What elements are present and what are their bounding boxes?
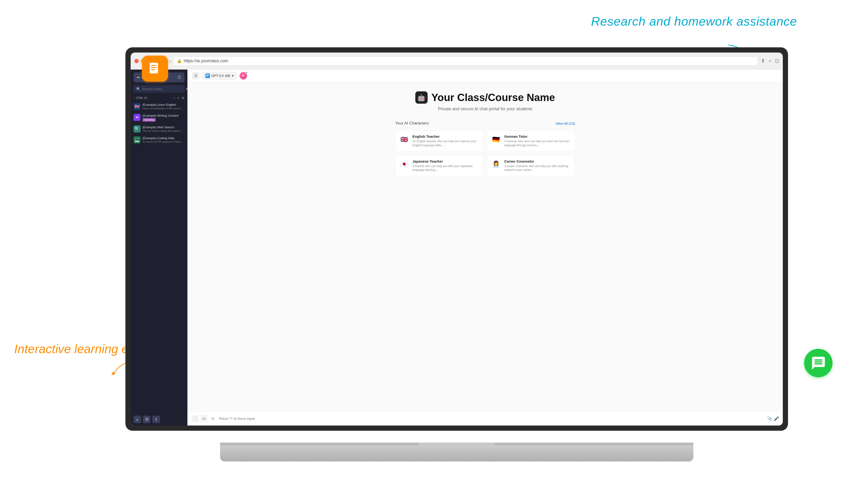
career-counselor-desc: A career counselor who can help you with… [504,164,571,172]
browser-actions: ⬆ + ⊡ [761,58,779,64]
model-selector[interactable]: AI GPT-3.5 16K ▾ [202,72,237,80]
chat-title: (Example) Coding Help [143,136,185,140]
pencil-icon: ✏ [137,75,140,80]
chat-input[interactable] [219,417,765,421]
main-content: ☰ AI GPT-3.5 16K ▾ ✦ [187,69,783,425]
lock-icon: 🔒 [177,59,182,63]
portal-title: Your Class/Course Name [431,92,555,103]
portal-subtitle: Private and secure AI chat portal for yo… [438,107,532,112]
english-teacher-desc: An English teacher who can help you impr… [412,140,479,147]
portal-icon: 🤖 [415,91,428,104]
tools-dot [245,71,248,74]
chat-icon: AI [133,114,141,121]
hamburger-icon[interactable]: ☰ [178,75,181,80]
document-icon [148,62,162,76]
german-tutor-avatar: 🇩🇪 [491,134,501,144]
sidebar-icon[interactable]: ⊡ [775,58,779,64]
close-button[interactable] [134,59,139,63]
section-label: CRM 19 [136,96,147,100]
japanese-teacher-desc: A teacher who can help you with your Jap… [412,164,479,172]
portal-title-row: 🤖 Your Class/Course Name [415,91,555,104]
english-teacher-name: English Teacher [412,134,479,139]
search-input[interactable] [142,87,184,91]
search-icon: 🔍 [136,87,140,91]
main-body: 🤖 Your Class/Course Name Private and sec… [187,82,783,411]
english-teacher-info: English Teacher An English teacher who c… [412,134,479,147]
laptop-body: ‹ › 🔒 https://ai.yourclass.com ⬆ + ⊡ [125,47,788,431]
section-actions: + ✏ 🗑 [173,96,185,100]
section-header-left: › CRM 19 [133,96,147,100]
delete-icon[interactable]: 🗑 [182,96,185,100]
attachment-icon[interactable]: 📎 [767,416,772,421]
ai-character-card-german[interactable]: 🇩🇪 German Tutor A German tutor who can h… [487,130,575,151]
token-label: 3K [209,417,217,420]
chat-content: (Example) Coding Help To send a HTTP req… [143,136,185,143]
chat-item[interactable]: AI (Example) Writing Content marketing [131,112,187,123]
url-text: https://ai.yourclass.com [184,58,228,63]
chat-content: (Example) Writing Content marketing [143,114,185,122]
add-icon[interactable]: + [173,96,175,100]
screen-content: ✏ New Chat ☰ 🔍 ⬆ 🔗 ⤢ [131,69,783,425]
ai-characters-section: Your AI Characters View All (13) 🇬🇧 Engl… [395,121,575,176]
input-tag-btn[interactable]: 🏷 [200,415,208,422]
chat-item[interactable]: 💻 (Example) Coding Help To send a HTTP r… [131,134,187,145]
model-icon: AI [205,73,210,78]
chat-content: (Example) Web Search The top stories bei… [143,125,185,132]
model-name: GPT-3.5 16K [211,74,230,78]
laptop-screen: ‹ › 🔒 https://ai.yourclass.com ⬆ + ⊡ [131,53,783,425]
download-btn[interactable]: ⬇ [152,416,160,423]
sidebar-bottom: ▲ 🖼 ⬇ [131,413,187,425]
svg-rect-2 [151,67,157,68]
ai-character-card-english[interactable]: 🇬🇧 English Teacher An English teacher wh… [395,130,483,151]
input-bar-left: 📄 🏷 3K [191,415,217,422]
chat-title: (Example) Writing Content [143,114,185,117]
chat-title: (Example) Web Search [143,125,185,129]
ai-character-card-japanese[interactable]: 🇯🇵 Japanese Teacher A teacher who can he… [395,155,483,176]
forward-arrow[interactable]: › [169,58,171,64]
microphone-icon[interactable]: 🎤 [774,416,779,421]
input-doc-btn[interactable]: 📄 [191,415,199,422]
view-all-link[interactable]: View All (13) [555,121,575,125]
japanese-teacher-avatar: 🇯🇵 [399,159,409,169]
sidebar-bottom-left: ▲ 🖼 ⬇ [133,416,160,423]
svg-rect-3 [151,69,155,70]
chat-item[interactable]: 🇬🇧 (Example) Learn English Here's a brea… [131,101,187,112]
german-tutor-info: German Tutor A German tutor who can help… [504,134,571,147]
career-counselor-info: Career Counselor A career counselor who … [504,159,571,172]
add-tab-icon[interactable]: + [768,58,771,64]
search-bar[interactable]: 🔍 ⬆ 🔗 ⤢ [133,85,185,93]
chat-preview: To send a HTTP request in Python, y... [143,140,185,143]
chat-preview: The top stories being discussed on H... [143,129,185,132]
chat-icon: 🇬🇧 [133,103,141,110]
chat-icon: 💻 [133,136,141,143]
chat-content: (Example) Learn English Here's a breakdo… [143,103,185,110]
research-annotation: Research and homework assistance [591,14,797,28]
chat-item[interactable]: 🔍 (Example) Web Search The top stories b… [131,123,187,134]
ai-character-card-career[interactable]: 👩‍💼 Career Counselor A career counselor … [487,155,575,176]
tools-button[interactable]: ✦ [240,72,247,80]
chevron-right-icon[interactable]: › [133,96,134,100]
ai-characters-header: Your AI Characters View All (13) [395,121,575,126]
sidebar: ✏ New Chat ☰ 🔍 ⬆ 🔗 ⤢ [131,69,187,425]
portal-header: 🤖 Your Class/Course Name Private and sec… [415,91,555,112]
address-bar[interactable]: 🔒 https://ai.yourclass.com [174,57,758,65]
german-tutor-name: German Tutor [504,134,571,139]
chevron-down-icon: ▾ [232,74,234,78]
sidebar-toggle[interactable]: ☰ [192,72,199,79]
german-tutor-desc: A German tutor who can help you learn th… [504,140,571,147]
laptop-base [220,443,693,461]
input-bar: 📄 🏷 3K 📎 🎤 [187,411,783,425]
share-icon[interactable]: ⬆ [761,58,765,64]
svg-rect-1 [151,65,157,66]
chat-badge: marketing [143,118,156,122]
career-counselor-avatar: 👩‍💼 [491,159,501,169]
chat-bubble-icon [811,356,826,371]
input-bar-right: 📎 🎤 [767,416,779,421]
section-header: › CRM 19 + ✏ 🗑 [131,95,187,101]
ai-characters-title: Your AI Characters [395,121,429,126]
chat-preview: Here's a breakdown of the word cac... [143,107,185,110]
edit-icon[interactable]: ✏ [177,96,180,100]
laptop: ‹ › 🔒 https://ai.yourclass.com ⬆ + ⊡ [125,47,788,461]
upload-btn[interactable]: ▲ [133,416,141,423]
image-btn[interactable]: 🖼 [143,416,151,423]
